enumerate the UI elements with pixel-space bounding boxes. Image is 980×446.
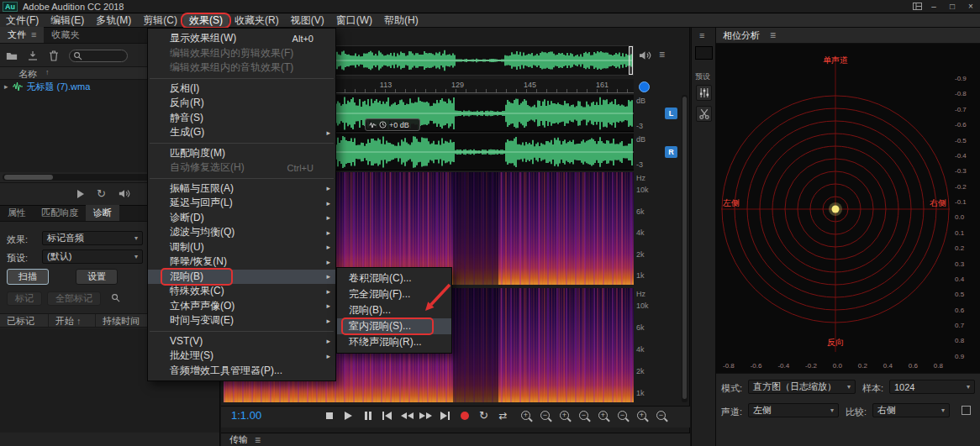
panel-tab[interactable]: 收藏夹 xyxy=(44,27,92,43)
phase-panel-title[interactable]: 相位分析 xyxy=(723,29,760,42)
menubar-item[interactable]: 剪辑(C) xyxy=(137,13,183,28)
panel-menu-icon[interactable]: ≡ xyxy=(659,49,665,60)
maximize-button[interactable]: □ xyxy=(943,0,962,13)
scissors-icon[interactable] xyxy=(696,106,712,122)
play-icon[interactable] xyxy=(77,190,84,198)
close-button[interactable]: × xyxy=(962,0,980,13)
skip-selection-button[interactable] xyxy=(494,408,512,422)
menubar-item[interactable]: 编辑(E) xyxy=(45,13,90,28)
expand-chevron-icon[interactable]: ▸ xyxy=(4,82,8,91)
menu-item-5[interactable]: 反向(R) xyxy=(148,96,335,111)
playhead-sync-button[interactable] xyxy=(639,81,650,92)
pause-button[interactable] xyxy=(359,408,377,422)
open-file-icon[interactable] xyxy=(6,50,18,61)
stop-button[interactable] xyxy=(320,408,338,422)
menu-item-4[interactable]: 环绕声混响(R)... xyxy=(337,334,451,350)
sliders-icon[interactable] xyxy=(696,85,712,101)
fast-forward-button[interactable] xyxy=(417,408,435,422)
zoom-out-amplitude-button[interactable] xyxy=(575,408,593,422)
panel-menu-icon[interactable]: ≡ xyxy=(770,29,776,41)
minimize-button[interactable]: – xyxy=(925,0,943,13)
menubar-item[interactable]: 窗口(W) xyxy=(330,13,378,28)
volume-hud[interactable]: +0 dB xyxy=(365,118,420,131)
menu-item-9[interactable]: 匹配响度(M) xyxy=(148,146,335,161)
menu-item-13[interactable]: 延迟与回声(L)▸ xyxy=(148,196,335,211)
dock-slot[interactable] xyxy=(695,46,713,60)
menu-item-17[interactable]: 降噪/恢复(N)▸ xyxy=(148,254,335,270)
menu-item-3[interactable]: 室内混响(S)... xyxy=(337,318,451,334)
panel-menu-icon[interactable]: ≡ xyxy=(255,434,261,446)
column-header[interactable]: 持续时间 xyxy=(96,314,155,327)
import-file-icon[interactable] xyxy=(27,50,39,61)
range-handle-right[interactable] xyxy=(629,46,633,75)
panel-menu-icon[interactable]: ≡ xyxy=(31,27,36,43)
menubar-item[interactable]: 视图(V) xyxy=(285,13,330,28)
zoom-out-time-button[interactable] xyxy=(536,408,554,422)
menu-item-15[interactable]: 滤波与均衡(Q)▸ xyxy=(148,225,335,240)
loop-button[interactable] xyxy=(475,408,493,422)
panel-menu-icon[interactable]: ≡ xyxy=(699,30,704,40)
effect-select[interactable]: 标记音频 ▾ xyxy=(42,231,143,245)
menu-item-0[interactable]: 显示效果组(W)Alt+0 xyxy=(148,31,335,46)
vertical-scrollbar[interactable] xyxy=(682,95,688,402)
rewind-button[interactable] xyxy=(398,408,415,422)
record-button[interactable] xyxy=(456,408,473,422)
settings-button[interactable]: 设置 xyxy=(76,269,118,285)
menu-item-25[interactable]: 音频增效工具管理器(P)... xyxy=(148,364,335,379)
option-checkbox[interactable] xyxy=(962,406,971,415)
column-header[interactable]: 开始 ↑ xyxy=(49,314,96,327)
skip-forward-button[interactable] xyxy=(436,408,454,422)
panel-tab[interactable]: 匹配响度 xyxy=(34,205,86,221)
zoom-in-amplitude-button[interactable] xyxy=(556,408,573,422)
channel-select[interactable]: 左侧 ▾ xyxy=(748,403,839,417)
menu-item-21[interactable]: 时间与变调(E)▸ xyxy=(148,313,335,328)
menubar-item[interactable]: 多轨(M) xyxy=(90,13,137,28)
menu-item-7[interactable]: 生成(G)▸ xyxy=(148,125,335,140)
menu-item-19[interactable]: 特殊效果(C)▸ xyxy=(148,284,335,299)
menu-item-14[interactable]: 诊断(D)▸ xyxy=(148,211,335,226)
trash-icon[interactable] xyxy=(48,50,60,61)
files-search-field[interactable] xyxy=(69,50,128,62)
menubar-item[interactable]: 效果(S) xyxy=(183,13,229,28)
right-channel-badge[interactable]: R xyxy=(665,146,677,158)
panel-tab[interactable]: 文件 ≡ xyxy=(0,27,44,43)
loop-icon[interactable]: ↻ xyxy=(97,188,106,199)
transport-panel-tab[interactable]: 传输 ≡ xyxy=(221,433,690,446)
column-header[interactable]: 已标记 xyxy=(0,314,49,327)
phase-scope[interactable]: 单声道 反向 左侧 右侧 xyxy=(716,44,980,373)
menubar-item[interactable]: 收藏夹(R) xyxy=(229,13,285,28)
zoom-selection-button[interactable] xyxy=(633,408,651,422)
samples-select[interactable]: 1024 ▾ xyxy=(889,380,975,394)
menubar-item[interactable]: 文件(F) xyxy=(0,13,45,28)
menu-item-12[interactable]: 振幅与压限(A)▸ xyxy=(148,181,335,197)
scan-button[interactable]: 扫描 xyxy=(7,269,49,285)
monitor-speaker-icon[interactable] xyxy=(639,50,651,60)
play-button[interactable] xyxy=(340,408,357,422)
menu-item-18[interactable]: 混响(B)▸ xyxy=(148,270,335,285)
menu-item-24[interactable]: 批处理(S)▸ xyxy=(148,349,335,364)
menubar-item[interactable]: 帮助(H) xyxy=(378,13,424,28)
menu-item-6[interactable]: 静音(S) xyxy=(148,111,335,126)
compare-select[interactable]: 右侧 ▾ xyxy=(872,403,950,417)
scrollbar-thumb[interactable] xyxy=(682,97,687,399)
preset-select[interactable]: (默认) ▾ xyxy=(42,249,143,264)
scrollbar-thumb[interactable] xyxy=(4,175,53,180)
skip-back-button[interactable] xyxy=(378,408,396,422)
column-header-name[interactable]: 名称 xyxy=(18,68,37,81)
search-icon[interactable] xyxy=(111,293,120,302)
menu-item-16[interactable]: 调制(U)▸ xyxy=(148,240,335,255)
menu-item-23[interactable]: VST(V)▸ xyxy=(148,334,335,349)
menu-item-20[interactable]: 立体声声像(O)▸ xyxy=(148,299,335,314)
zoom-in-time-button[interactable] xyxy=(517,408,535,422)
menu-item-4[interactable]: 反相(I) xyxy=(148,81,335,97)
zoom-full-button[interactable] xyxy=(652,408,670,422)
menu-item-label: 编辑效果组内的剪辑效果(F) xyxy=(170,46,322,60)
panel-tab[interactable]: 诊断 xyxy=(86,205,119,221)
speaker-icon[interactable] xyxy=(119,188,130,199)
workspace-layout-icon[interactable] xyxy=(909,2,925,12)
panel-tab[interactable]: 属性 xyxy=(0,205,34,221)
left-channel-badge[interactable]: L xyxy=(665,108,677,119)
mode-select[interactable]: 直方图（日志缩放） ▾ xyxy=(748,380,856,394)
zoom-in-point-button[interactable] xyxy=(594,408,612,422)
zoom-out-point-button[interactable] xyxy=(614,408,631,422)
